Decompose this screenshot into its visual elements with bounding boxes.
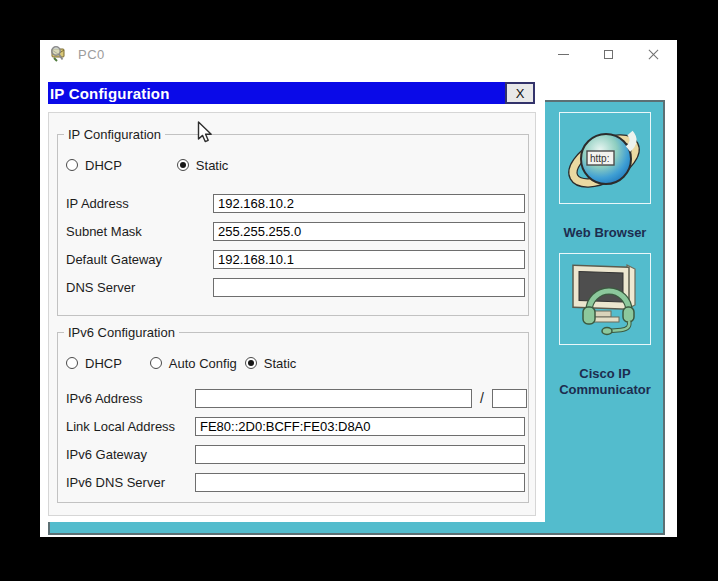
window-titlebar[interactable]: PC0 xyxy=(40,40,677,68)
window-controls xyxy=(549,42,667,66)
default-gateway-input[interactable]: 192.168.10.1 xyxy=(213,250,525,269)
web-browser-label: Web Browser xyxy=(550,225,660,241)
ipv6-auto-config-radio[interactable]: Auto Config xyxy=(150,356,237,371)
minimize-button[interactable] xyxy=(549,42,577,66)
ipv6-address-input[interactable] xyxy=(195,389,472,408)
device-magnifier-icon xyxy=(50,45,70,63)
close-window-button[interactable] xyxy=(639,42,667,66)
window-title: PC0 xyxy=(78,47,105,62)
subnet-mask-label: Subnet Mask xyxy=(66,224,213,239)
ipv6-gateway-row: IPv6 Gateway xyxy=(66,440,525,468)
desktop-app-web-browser[interactable]: http: Web Browser xyxy=(550,112,660,241)
cisco-label-line2: Communicator xyxy=(550,382,660,398)
ipv4-static-radio-label: Static xyxy=(196,158,229,173)
ipv6-address-label: IPv6 Address xyxy=(66,391,195,406)
monitor-headset-icon xyxy=(565,259,645,339)
maximize-button[interactable] xyxy=(594,42,622,66)
ipv6-address-row: IPv6 Address / xyxy=(66,384,525,412)
ipv4-dhcp-radio[interactable]: DHCP xyxy=(66,158,122,173)
dns-server-row: DNS Server xyxy=(66,273,525,301)
desktop-app-cisco-ip-communicator[interactable]: Cisco IP Communicator xyxy=(550,253,660,398)
default-gateway-row: Default Gateway 192.168.10.1 xyxy=(66,245,525,273)
dialog-title: IP Configuration xyxy=(50,85,170,102)
subnet-mask-row: Subnet Mask 255.255.255.0 xyxy=(66,217,525,245)
subnet-mask-input[interactable]: 255.255.255.0 xyxy=(213,222,525,241)
link-local-address-input[interactable]: FE80::2D0:BCFF:FE03:D8A0 xyxy=(195,417,525,436)
ipv4-dhcp-radio-label: DHCP xyxy=(85,158,122,173)
cisco-label-line1: Cisco IP xyxy=(550,366,660,382)
ipv6-dns-server-input[interactable] xyxy=(195,473,525,492)
radio-selected-icon xyxy=(245,357,257,369)
dialog-body-panel: IP Configuration DHCP Static IP Address xyxy=(48,112,536,516)
ipv6-dns-server-label: IPv6 DNS Server xyxy=(66,475,195,490)
radio-circle-icon xyxy=(66,357,78,369)
ip-address-row: IP Address 192.168.10.2 xyxy=(66,189,525,217)
dns-server-input[interactable] xyxy=(213,278,525,297)
dialog-title-bar[interactable]: IP Configuration xyxy=(48,82,505,104)
radio-selected-icon xyxy=(177,159,189,171)
screen-background: PC0 xyxy=(0,0,718,581)
radio-circle-icon xyxy=(150,357,162,369)
default-gateway-label: Default Gateway xyxy=(66,252,213,267)
prefix-separator: / xyxy=(472,390,492,406)
ip-configuration-group: IP Configuration DHCP Static IP Address xyxy=(57,134,529,316)
ip-address-label: IP Address xyxy=(66,196,213,211)
ipv6-dhcp-radio[interactable]: DHCP xyxy=(66,356,122,371)
link-local-address-label: Link Local Address xyxy=(66,419,195,434)
http-label: http: xyxy=(590,153,609,164)
ipv6-prefix-input[interactable] xyxy=(492,389,527,408)
ipv6-mode-radio-row: DHCP Auto Config Static xyxy=(66,355,525,371)
ipv6-gateway-label: IPv6 Gateway xyxy=(66,447,195,462)
close-icon xyxy=(648,49,659,60)
ipv6-gateway-input[interactable] xyxy=(195,445,525,464)
ipv6-auto-config-radio-label: Auto Config xyxy=(169,356,237,371)
web-browser-globe-icon: http: xyxy=(566,119,644,197)
ipv6-configuration-group: IPv6 Configuration DHCP Auto Config S xyxy=(57,332,529,503)
maximize-icon xyxy=(604,50,613,59)
minimize-icon xyxy=(558,54,569,55)
ipv4-mode-radio-row: DHCP Static xyxy=(66,157,525,173)
pc0-device-window: PC0 xyxy=(40,40,677,537)
dialog-close-button[interactable]: X xyxy=(505,82,535,104)
ip-configuration-dialog: IP Configuration X IP Configuration DHCP… xyxy=(40,68,545,522)
ipv6-static-radio-label: Static xyxy=(264,356,297,371)
ipv6-dhcp-radio-label: DHCP xyxy=(85,356,122,371)
ipv4-static-radio[interactable]: Static xyxy=(177,158,229,173)
radio-circle-icon xyxy=(66,159,78,171)
ipv6-dns-server-row: IPv6 DNS Server xyxy=(66,468,525,496)
ip-configuration-group-label: IP Configuration xyxy=(64,127,165,142)
titlebar-left: PC0 xyxy=(40,45,549,63)
ipv6-configuration-group-label: IPv6 Configuration xyxy=(64,325,179,340)
dns-server-label: DNS Server xyxy=(66,280,213,295)
cisco-ip-communicator-label: Cisco IP Communicator xyxy=(550,366,660,398)
ip-address-input[interactable]: 192.168.10.2 xyxy=(213,194,525,213)
web-browser-icon: http: xyxy=(559,112,651,204)
ipv6-static-radio[interactable]: Static xyxy=(245,356,297,371)
link-local-address-row: Link Local Address FE80::2D0:BCFF:FE03:D… xyxy=(66,412,525,440)
cisco-ip-communicator-icon xyxy=(559,253,651,345)
